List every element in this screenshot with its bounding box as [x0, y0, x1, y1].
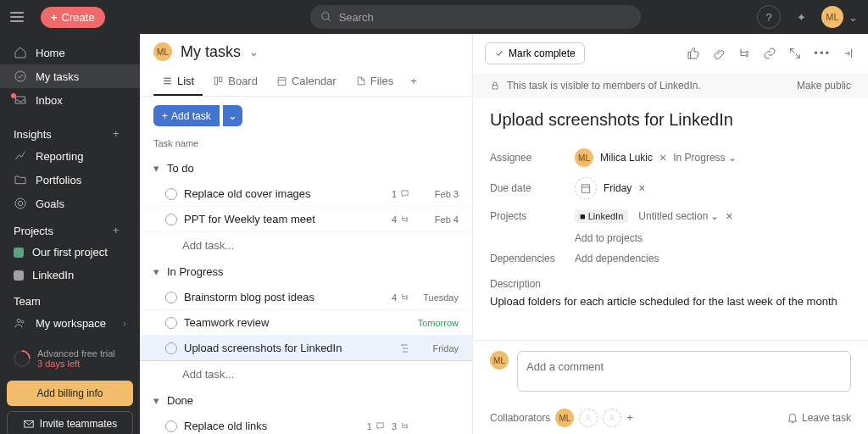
- chevron-down-icon[interactable]: ⌄: [849, 11, 858, 24]
- duedate-value[interactable]: Friday: [604, 182, 632, 194]
- insights-header[interactable]: Insights+: [0, 119, 140, 144]
- complete-checkbox[interactable]: [165, 292, 177, 303]
- section-name: Done: [167, 394, 193, 407]
- page-title: My tasks: [181, 43, 241, 61]
- add-task-inline[interactable]: Add task...: [140, 232, 472, 259]
- calendar-icon[interactable]: [575, 177, 597, 199]
- nav-inbox[interactable]: Inbox: [0, 88, 140, 112]
- board-icon: [213, 75, 224, 86]
- add-tab-button[interactable]: +: [403, 68, 424, 96]
- add-collab-icon[interactable]: [603, 409, 621, 427]
- search-input[interactable]: Search: [310, 5, 641, 29]
- remove-project[interactable]: ×: [726, 209, 732, 223]
- nav-workspace[interactable]: My workspace›: [0, 311, 140, 335]
- nav-my-tasks[interactable]: My tasks: [0, 64, 140, 88]
- task-row[interactable]: Upload screenshots for LinkedInFriday: [140, 336, 472, 361]
- mark-complete-button[interactable]: Mark complete: [485, 42, 585, 64]
- chevron-down-icon[interactable]: ⌄: [249, 46, 259, 58]
- assignee-avatar: ML: [575, 148, 593, 167]
- section-header[interactable]: ▾In Progress: [140, 259, 472, 285]
- column-header: Task name: [140, 135, 472, 155]
- task-row[interactable]: Teamwork reviewTomorrow: [140, 310, 472, 336]
- expand-icon[interactable]: [788, 47, 802, 60]
- menu-toggle[interactable]: [10, 7, 31, 27]
- task-row[interactable]: Replace old links1 3: [140, 414, 472, 434]
- nav-reporting[interactable]: Reporting: [0, 144, 140, 168]
- nav-goals[interactable]: Goals: [0, 192, 140, 215]
- user-avatar[interactable]: ML: [821, 6, 843, 28]
- assignee-label: Assignee: [490, 152, 575, 164]
- complete-checkbox[interactable]: [165, 317, 177, 329]
- add-task-button[interactable]: + Add task: [153, 105, 220, 126]
- billing-button[interactable]: Add billing info: [7, 381, 133, 406]
- upgrade-icon[interactable]: ✦: [789, 5, 813, 29]
- description-text[interactable]: Upload folders for each article schedule…: [490, 295, 851, 308]
- add-deps-link[interactable]: Add dependencies: [575, 253, 659, 264]
- assignee-name[interactable]: Milica Lukic: [600, 152, 653, 164]
- project-first[interactable]: Our first project: [0, 241, 140, 264]
- like-icon[interactable]: [687, 47, 700, 60]
- tab-list[interactable]: List: [153, 68, 203, 96]
- add-task-inline[interactable]: Add task...: [140, 361, 472, 387]
- team-header[interactable]: Team: [0, 287, 140, 311]
- add-projects-link[interactable]: Add to projects: [575, 232, 643, 244]
- add-collab-icon[interactable]: [579, 409, 598, 427]
- add-collab-button[interactable]: +: [626, 412, 632, 424]
- status-select[interactable]: In Progress ⌄: [673, 152, 736, 164]
- more-icon[interactable]: •••: [814, 47, 831, 60]
- help-icon[interactable]: ?: [757, 5, 781, 29]
- link-icon[interactable]: [763, 47, 776, 60]
- svg-point-13: [406, 298, 408, 299]
- project-linkedin[interactable]: LinkedIn: [0, 264, 140, 287]
- team-icon: [14, 316, 27, 330]
- add-task-dropdown[interactable]: ⌄: [223, 105, 242, 126]
- tab-board[interactable]: Board: [204, 68, 266, 96]
- task-row[interactable]: Replace old cover images1 Feb 3: [140, 181, 472, 207]
- tab-calendar[interactable]: Calendar: [268, 68, 345, 96]
- comment-avatar: ML: [490, 351, 509, 370]
- complete-checkbox[interactable]: [165, 188, 177, 200]
- complete-checkbox[interactable]: [165, 342, 177, 354]
- task-title[interactable]: Upload screenshots for LinkedIn: [490, 110, 851, 130]
- section-header[interactable]: ▾To do: [140, 155, 472, 181]
- comment-input[interactable]: Add a comment: [517, 351, 851, 392]
- subtask-count: 4: [392, 292, 409, 303]
- plus-icon[interactable]: +: [113, 127, 126, 141]
- collapse-icon: ▾: [153, 265, 162, 278]
- close-panel-icon[interactable]: [843, 47, 856, 60]
- collab-avatar[interactable]: ML: [555, 409, 574, 427]
- check-circle-icon: [14, 70, 27, 83]
- details-icon: [399, 343, 409, 353]
- description-label: Description: [490, 278, 851, 290]
- target-icon: [14, 197, 27, 210]
- invite-button[interactable]: Invite teammates: [7, 411, 133, 434]
- tab-files[interactable]: Files: [347, 68, 402, 96]
- remove-assignee[interactable]: ×: [659, 151, 666, 164]
- section-header[interactable]: ▾Done: [140, 387, 472, 414]
- complete-checkbox[interactable]: [165, 420, 177, 432]
- leave-task-button[interactable]: Leave task: [787, 412, 851, 424]
- nav-home[interactable]: Home: [0, 41, 140, 64]
- plus-icon[interactable]: +: [113, 224, 126, 237]
- task-date: Feb 4: [416, 214, 459, 225]
- task-row[interactable]: PPT for Weekly team meet4 Feb 4: [140, 207, 472, 232]
- task-name: Brainstorm blog post ideas: [184, 291, 385, 303]
- svg-point-17: [746, 54, 748, 57]
- remove-duedate[interactable]: ×: [638, 181, 645, 195]
- section-select[interactable]: Untitled section ⌄: [638, 210, 719, 222]
- projects-header[interactable]: Projects+: [0, 215, 140, 241]
- complete-checkbox[interactable]: [165, 214, 177, 225]
- task-row[interactable]: Brainstorm blog post ideas4 Tuesday: [140, 285, 472, 310]
- subtask-icon[interactable]: [737, 47, 751, 60]
- project-tag[interactable]: ■ LinkedIn: [575, 209, 628, 223]
- svg-rect-18: [492, 86, 498, 90]
- mail-icon: [23, 418, 35, 430]
- attachment-icon[interactable]: [712, 47, 726, 60]
- create-button[interactable]: +Create: [41, 7, 105, 28]
- nav-portfolios[interactable]: Portfolios: [0, 168, 140, 192]
- chevron-right-icon: ›: [123, 317, 126, 330]
- make-public-link[interactable]: Make public: [797, 80, 851, 92]
- section-name: To do: [167, 162, 194, 175]
- svg-point-2: [15, 198, 25, 209]
- task-date: Feb 3: [416, 189, 459, 199]
